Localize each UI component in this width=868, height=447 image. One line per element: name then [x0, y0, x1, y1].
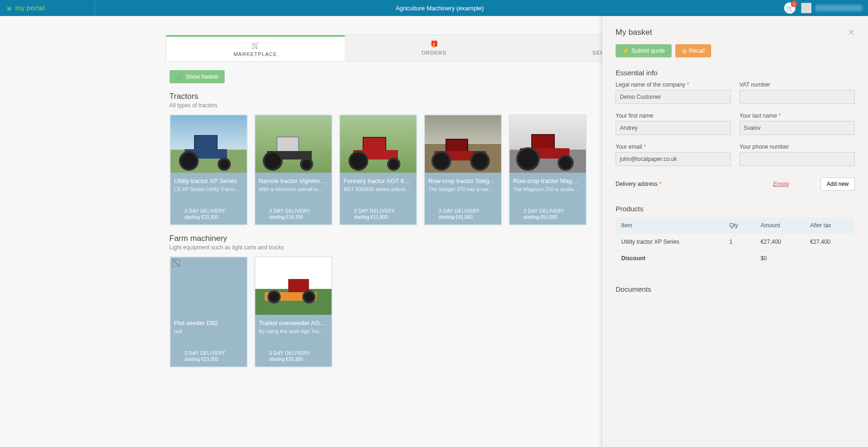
product-title: Row-crop tractor Mag… — [513, 177, 582, 184]
documents-title: Documents — [616, 285, 855, 293]
phone-field[interactable] — [739, 152, 855, 166]
product-image — [255, 115, 332, 173]
products-table: Item Qty Amount After tax Utility tracto… — [616, 217, 855, 266]
vat-label: VAT number — [739, 81, 855, 88]
table-row-discount: Discount $0 — [616, 250, 855, 267]
product-desc: AGT 830/835 series articul… — [344, 186, 413, 192]
avatar — [801, 3, 811, 13]
email-field[interactable] — [616, 152, 731, 166]
cell-qty: 1 — [723, 234, 755, 250]
product-title: Trailed overseeder AG… — [259, 319, 328, 327]
product-card[interactable]: Narrow tractor Vigneto… With a minimum o… — [254, 114, 333, 225]
logo-text: my portal — [15, 4, 45, 12]
product-desc: LS XP Series Utility Tracto… — [174, 186, 243, 192]
broken-image-icon — [172, 259, 180, 267]
delivery-empty-link[interactable]: Empty — [773, 181, 789, 187]
submit-quote-button[interactable]: ⚡ Submit quote — [616, 44, 672, 57]
product-image — [255, 257, 332, 315]
product-card[interactable]: Row-crop tractor Mag… The Magnum 310 is … — [509, 114, 587, 225]
cell-item: Utility tractor XP Series — [616, 234, 723, 250]
basket-title: My basket — [616, 28, 652, 37]
delivery-badge: 3 DAY DELIVERY — [174, 351, 243, 356]
show-basket-button[interactable]: 🛒 Show basket — [170, 70, 225, 83]
close-icon[interactable]: ✕ — [848, 27, 855, 38]
product-image — [425, 115, 501, 173]
product-price: starting €23,200 — [174, 215, 243, 220]
product-price: starting €41,000 — [429, 215, 497, 220]
cart-badge: 1 — [791, 0, 797, 7]
product-desc: With a minimum overall si… — [259, 186, 328, 192]
lastname-label: Your last name * — [739, 112, 855, 119]
header-right: 🛒 1 — [784, 2, 862, 14]
delivery-badge: 3 DAY DELIVERY — [344, 208, 413, 214]
gift-icon: 🎁 — [345, 40, 523, 48]
target-icon: ◎ — [682, 48, 687, 54]
essential-info-title: Essential info — [616, 69, 855, 77]
product-card[interactable]: Forestry tractor AGT 8… AGT 830/835 seri… — [339, 114, 417, 225]
product-desc: The Magnum 310 is availa… — [513, 186, 582, 192]
product-image — [510, 115, 586, 173]
product-image — [170, 115, 247, 173]
cart-icon: 🛒 — [166, 41, 345, 49]
table-row[interactable]: Utility tractor XP Series 1 €27,400 €27,… — [616, 234, 855, 250]
company-field[interactable] — [616, 90, 731, 104]
product-desc: null — [174, 328, 243, 334]
top-header: ◈ my portal Agriculture Machinery (examp… — [0, 0, 868, 16]
cell-amount: €27,400 — [755, 234, 804, 250]
product-card[interactable]: Row-crop tractor Steig… The Steiger 370 … — [424, 114, 502, 225]
product-title: Row-crop tractor Steig… — [429, 177, 497, 184]
bolt-icon: ⚡ — [622, 48, 629, 54]
product-price: starting €53,000 — [513, 215, 582, 220]
product-title: Forestry tractor AGT 8… — [344, 177, 413, 184]
delivery-address-label: Delivery address * — [616, 181, 661, 187]
cart-button[interactable]: 🛒 1 — [784, 2, 795, 14]
products-title: Products — [616, 205, 855, 213]
product-card[interactable]: Utility tractor XP Series LS XP Series U… — [170, 114, 248, 225]
product-price: starting €18,700 — [259, 215, 328, 220]
cell-discount-value: $0 — [755, 250, 804, 267]
product-price: starting €23,200 — [174, 357, 243, 362]
user-menu[interactable] — [801, 3, 862, 13]
recall-button[interactable]: ◎ Recall — [675, 44, 711, 57]
page-title: Agriculture Machinery (example) — [95, 5, 784, 12]
th-amount: Amount — [755, 217, 804, 234]
tab-orders[interactable]: 🎁 ORDERS — [345, 35, 523, 61]
cell-after-tax: €27,400 — [804, 234, 855, 250]
delivery-badge: 3 DAY DELIVERY — [429, 208, 497, 214]
email-label: Your email * — [616, 144, 731, 150]
cell-discount-label: Discount — [616, 250, 723, 267]
user-name — [815, 5, 862, 11]
firstname-label: Your first name — [616, 112, 731, 119]
basket-panel: My basket ✕ ⚡ Submit quote ◎ Recall Esse… — [602, 16, 868, 367]
product-title: Plot seeder D92 — [174, 319, 243, 327]
product-price: starting €11,800 — [344, 215, 413, 220]
lastname-field[interactable] — [739, 121, 855, 135]
product-image — [340, 115, 416, 173]
tab-marketplace[interactable]: 🛒 MARKETPLACE — [166, 35, 345, 61]
delivery-badge: 3 DAY DELIVERY — [174, 208, 243, 214]
th-after-tax: After tax — [804, 217, 855, 234]
product-desc: The Steiger 370 has a nar… — [429, 186, 497, 192]
cart-icon: 🛒 — [176, 73, 183, 80]
th-item: Item — [616, 217, 723, 234]
logo-area[interactable]: ◈ my portal — [6, 0, 95, 16]
add-new-button[interactable]: Add new — [820, 177, 855, 191]
product-title: Narrow tractor Vigneto… — [259, 177, 328, 184]
tag-icon: ◈ — [3, 3, 14, 13]
firstname-field[interactable] — [616, 121, 731, 135]
company-label: Legal name of the company * — [616, 81, 731, 88]
th-qty: Qty — [723, 217, 755, 234]
product-card[interactable]: Trailed overseeder AG… By using the wide… — [254, 256, 333, 367]
product-title: Utility tractor XP Series — [174, 177, 243, 184]
product-card[interactable]: Plot seeder D92 null 3 DAY DELIVERY star… — [170, 256, 248, 367]
phone-label: Your phone number — [739, 144, 855, 150]
product-image — [170, 257, 247, 315]
product-desc: By using the wide Agri Twi… — [259, 328, 328, 334]
product-price: starting €26,300 — [259, 357, 328, 362]
delivery-badge: 3 DAY DELIVERY — [513, 208, 582, 214]
delivery-badge: 3 DAY DELIVERY — [259, 351, 328, 356]
delivery-badge: 3 DAY DELIVERY — [259, 208, 328, 214]
vat-field[interactable] — [739, 90, 855, 104]
